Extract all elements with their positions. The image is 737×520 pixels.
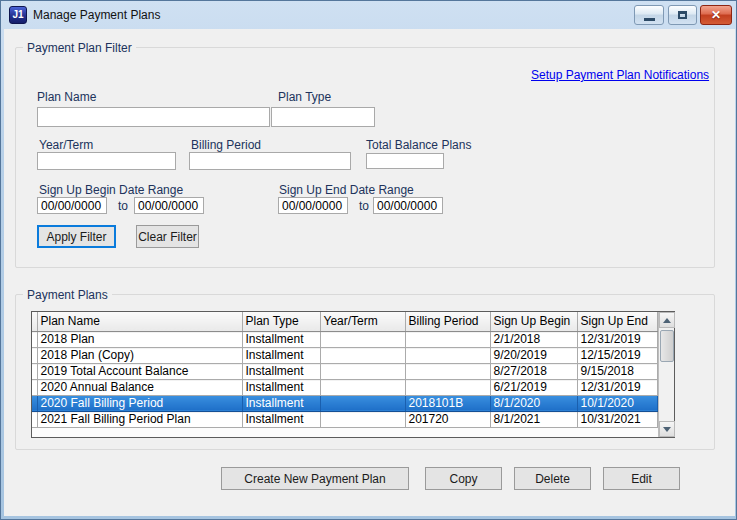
table-cell: 2018 Plan bbox=[37, 331, 242, 347]
total-balance-plans-input[interactable] bbox=[366, 153, 444, 169]
table-cell bbox=[320, 395, 405, 411]
table-cell: Installment bbox=[242, 395, 320, 411]
clear-filter-button[interactable]: Clear Filter bbox=[136, 225, 199, 248]
delete-button[interactable]: Delete bbox=[514, 467, 591, 490]
table-cell: 9/15/2018 bbox=[577, 363, 657, 379]
setup-notifications-link[interactable]: Setup Payment Plan Notifications bbox=[531, 68, 709, 82]
billing-period-label: Billing Period bbox=[191, 138, 261, 152]
minimize-button[interactable] bbox=[634, 5, 664, 25]
table-row[interactable]: 2021 Fall Billing Period PlanInstallment… bbox=[32, 411, 657, 427]
table-row[interactable]: 2018 PlanInstallment2/1/201812/31/2019 bbox=[32, 331, 657, 347]
table-cell bbox=[405, 331, 490, 347]
edit-button[interactable]: Edit bbox=[603, 467, 680, 490]
column-header[interactable]: Billing Period bbox=[405, 312, 490, 331]
table-cell bbox=[320, 331, 405, 347]
table-cell: 2019 Total Account Balance bbox=[37, 363, 242, 379]
table-cell: Installment bbox=[242, 347, 320, 363]
table-cell bbox=[320, 347, 405, 363]
table-cell bbox=[405, 379, 490, 395]
table-cell: 10/1/2020 bbox=[577, 395, 657, 411]
filter-group-title: Payment Plan Filter bbox=[23, 41, 136, 55]
copy-button[interactable]: Copy bbox=[425, 467, 502, 490]
scrollbar-thumb[interactable] bbox=[660, 330, 674, 362]
table-cell bbox=[405, 363, 490, 379]
table-cell: 2018 Plan (Copy) bbox=[37, 347, 242, 363]
signup-begin-to-label: to bbox=[118, 199, 128, 213]
table-cell: 2018101B bbox=[405, 395, 490, 411]
create-new-payment-plan-button[interactable]: Create New Payment Plan bbox=[221, 467, 409, 490]
year-term-input[interactable] bbox=[37, 152, 176, 170]
arrow-up-icon bbox=[663, 318, 671, 323]
close-button[interactable]: ✕ bbox=[700, 5, 732, 25]
window-title: Manage Payment Plans bbox=[33, 8, 160, 22]
scroll-down-button[interactable] bbox=[659, 421, 675, 437]
vertical-scrollbar[interactable] bbox=[658, 312, 675, 437]
signup-begin-to-input[interactable] bbox=[134, 197, 204, 214]
table-cell: 2/1/2018 bbox=[490, 331, 577, 347]
signup-end-to-label: to bbox=[359, 199, 369, 213]
signup-begin-from-input[interactable] bbox=[37, 197, 107, 214]
column-header[interactable]: Sign Up Begin bbox=[490, 312, 577, 331]
table-cell: 12/31/2019 bbox=[577, 379, 657, 395]
table-cell: Installment bbox=[242, 331, 320, 347]
table-cell bbox=[320, 379, 405, 395]
table-header-row[interactable]: Plan NamePlan TypeYear/TermBilling Perio… bbox=[32, 312, 657, 331]
table-cell: 8/27/2018 bbox=[490, 363, 577, 379]
table-cell bbox=[405, 347, 490, 363]
table-cell: 8/1/2021 bbox=[490, 411, 577, 427]
table-cell: 12/15/2019 bbox=[577, 347, 657, 363]
plan-type-label: Plan Type bbox=[278, 90, 331, 104]
arrow-down-icon bbox=[663, 427, 671, 432]
table-cell bbox=[320, 363, 405, 379]
signup-end-to-input[interactable] bbox=[373, 197, 443, 214]
table-cell: 2021 Fall Billing Period Plan bbox=[37, 411, 242, 427]
maximize-icon bbox=[678, 11, 687, 19]
plan-name-label: Plan Name bbox=[37, 90, 96, 104]
app-icon: J1 bbox=[9, 6, 27, 24]
column-header[interactable]: Plan Type bbox=[242, 312, 320, 331]
plan-name-input[interactable] bbox=[37, 107, 270, 127]
window-manage-payment-plans: J1 Manage Payment Plans ✕ Payment Plan F… bbox=[0, 0, 737, 520]
table-row[interactable]: 2020 Fall Billing PeriodInstallment20181… bbox=[32, 395, 657, 411]
billing-period-input[interactable] bbox=[189, 152, 351, 170]
payment-plans-grid[interactable]: Plan NamePlan TypeYear/TermBilling Perio… bbox=[31, 311, 675, 438]
plans-group-title: Payment Plans bbox=[23, 288, 112, 302]
table-cell: 2020 Fall Billing Period bbox=[37, 395, 242, 411]
close-icon: ✕ bbox=[711, 6, 721, 24]
table-cell: 9/20/2019 bbox=[490, 347, 577, 363]
table-row[interactable]: 2019 Total Account BalanceInstallment8/2… bbox=[32, 363, 657, 379]
table-cell: 12/31/2019 bbox=[577, 331, 657, 347]
plans-table-body: 2018 PlanInstallment2/1/201812/31/201920… bbox=[32, 331, 657, 427]
table-row[interactable]: 2020 Annual BalanceInstallment6/21/20191… bbox=[32, 379, 657, 395]
signup-begin-range-label: Sign Up Begin Date Range bbox=[39, 183, 183, 197]
table-cell: Installment bbox=[242, 411, 320, 427]
titlebar[interactable]: J1 Manage Payment Plans ✕ bbox=[1, 1, 737, 29]
plan-type-input[interactable] bbox=[271, 107, 375, 127]
signup-end-range-label: Sign Up End Date Range bbox=[279, 183, 414, 197]
column-header[interactable]: Plan Name bbox=[37, 312, 242, 331]
column-header[interactable]: Year/Term bbox=[320, 312, 405, 331]
table-cell: 2020 Annual Balance bbox=[37, 379, 242, 395]
table-cell bbox=[320, 411, 405, 427]
table-cell: 8/1/2020 bbox=[490, 395, 577, 411]
plans-table: Plan NamePlan TypeYear/TermBilling Perio… bbox=[32, 312, 658, 428]
maximize-button[interactable] bbox=[668, 5, 697, 25]
table-cell: Installment bbox=[242, 379, 320, 395]
scroll-up-button[interactable] bbox=[659, 312, 675, 328]
column-header[interactable]: Sign Up End bbox=[577, 312, 657, 331]
table-cell: Installment bbox=[242, 363, 320, 379]
table-cell: 6/21/2019 bbox=[490, 379, 577, 395]
table-cell: 10/31/2021 bbox=[577, 411, 657, 427]
total-balance-plans-label: Total Balance Plans bbox=[366, 138, 471, 152]
table-cell: 201720 bbox=[405, 411, 490, 427]
table-row[interactable]: 2018 Plan (Copy)Installment9/20/201912/1… bbox=[32, 347, 657, 363]
signup-end-from-input[interactable] bbox=[278, 197, 348, 214]
year-term-label: Year/Term bbox=[39, 138, 93, 152]
minimize-icon bbox=[644, 18, 655, 21]
apply-filter-button[interactable]: Apply Filter bbox=[37, 225, 116, 248]
